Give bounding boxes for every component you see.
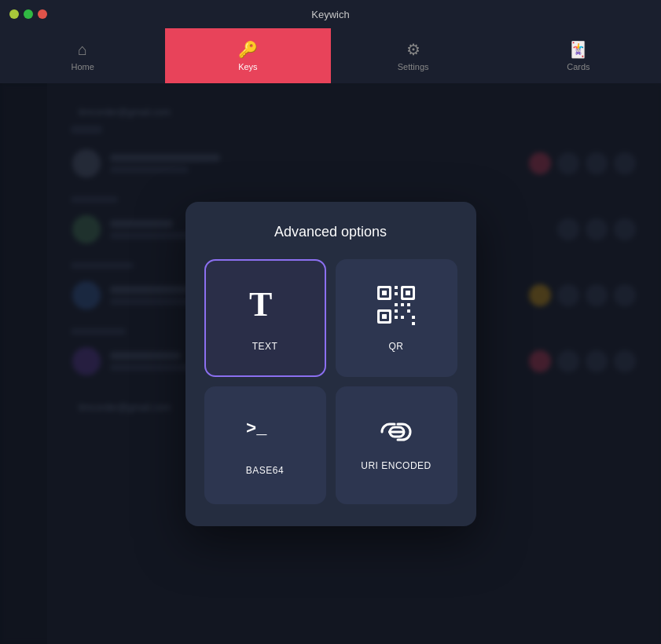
nav-item-home[interactable]: ⌂ Home bbox=[0, 28, 165, 83]
svg-rect-10 bbox=[395, 286, 398, 289]
svg-rect-16 bbox=[401, 316, 404, 319]
traffic-lights bbox=[9, 9, 47, 19]
app-title: Keywich bbox=[311, 9, 349, 20]
option-base64[interactable]: >_ BASE64 bbox=[204, 386, 326, 504]
svg-rect-12 bbox=[401, 303, 404, 306]
base64-icon: >_ bbox=[244, 415, 285, 454]
nav-item-keys[interactable]: 🔑 Keys bbox=[165, 28, 330, 83]
nav-bar: ⌂ Home 🔑 Keys ⚙ Settings 🃏 Cards bbox=[0, 28, 661, 83]
nav-label-settings: Settings bbox=[398, 62, 429, 71]
svg-rect-11 bbox=[395, 292, 398, 295]
traffic-light-yellow[interactable] bbox=[9, 9, 19, 19]
uri-icon bbox=[374, 419, 418, 449]
main-content: timcorder@gmail.com bbox=[0, 83, 661, 644]
svg-rect-9 bbox=[382, 314, 387, 319]
qr-option-label: QR bbox=[389, 341, 404, 352]
traffic-light-red[interactable] bbox=[38, 9, 47, 19]
svg-rect-6 bbox=[406, 291, 410, 295]
home-icon: ⌂ bbox=[78, 41, 87, 59]
option-text[interactable]: T TEXT bbox=[204, 259, 326, 377]
cards-icon: 🃏 bbox=[568, 40, 588, 59]
svg-rect-15 bbox=[395, 309, 398, 313]
svg-rect-19 bbox=[412, 316, 415, 319]
options-grid: T TEXT bbox=[204, 259, 457, 504]
svg-rect-20 bbox=[412, 322, 415, 325]
settings-icon: ⚙ bbox=[406, 40, 420, 59]
nav-label-keys: Keys bbox=[238, 62, 257, 71]
uri-option-label: URI Encoded bbox=[361, 460, 431, 471]
text-icon: T bbox=[244, 284, 285, 330]
modal-title: Advanced options bbox=[204, 224, 457, 240]
option-uri[interactable]: URI Encoded bbox=[336, 386, 457, 504]
svg-text:>_: >_ bbox=[246, 419, 267, 439]
text-option-label: TEXT bbox=[252, 341, 278, 352]
svg-rect-13 bbox=[407, 303, 410, 306]
advanced-options-modal: Advanced options T TEXT bbox=[185, 202, 476, 526]
option-qr[interactable]: QR bbox=[336, 259, 457, 377]
svg-rect-14 bbox=[395, 303, 398, 306]
base64-option-label: BASE64 bbox=[246, 465, 284, 476]
title-bar: Keywich bbox=[0, 0, 661, 28]
svg-text:T: T bbox=[249, 285, 272, 324]
nav-label-home: Home bbox=[71, 62, 94, 71]
svg-rect-3 bbox=[382, 291, 387, 295]
svg-rect-18 bbox=[395, 316, 398, 319]
nav-label-cards: Cards bbox=[567, 62, 589, 71]
modal-overlay[interactable]: Advanced options T TEXT bbox=[0, 83, 661, 644]
qr-icon bbox=[376, 284, 417, 330]
nav-item-settings[interactable]: ⚙ Settings bbox=[331, 28, 496, 83]
svg-rect-17 bbox=[407, 309, 410, 313]
keys-icon: 🔑 bbox=[238, 40, 258, 59]
nav-item-cards[interactable]: 🃏 Cards bbox=[496, 28, 661, 83]
traffic-light-green[interactable] bbox=[24, 9, 33, 19]
